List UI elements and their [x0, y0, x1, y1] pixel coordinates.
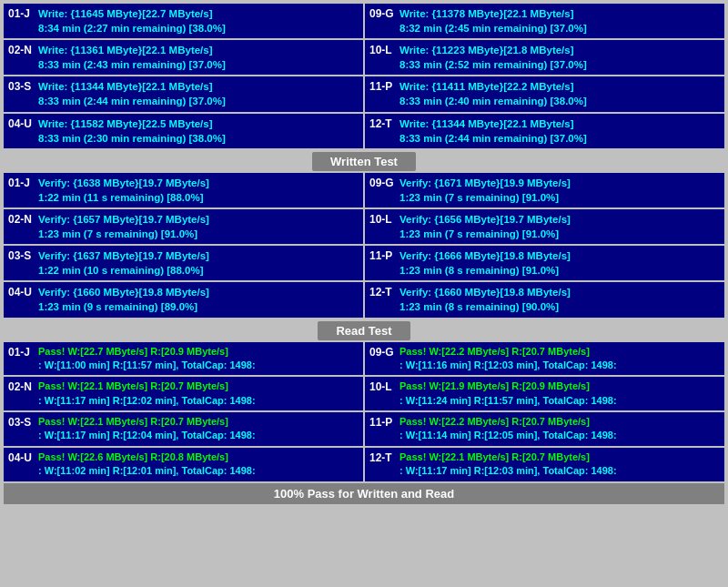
pass-grid-row-2-left: 03-SPass! W:[22.1 MByte/s] R:[20.7 MByte…: [4, 412, 363, 446]
pass-section: 01-JPass! W:[22.7 MByte/s] R:[20.9 MByte…: [4, 342, 724, 481]
cell-id: 11-P: [369, 248, 395, 264]
cell-line1: Write: {11361 MByte}[22.1 MByte/s]: [38, 43, 359, 57]
cell-line1: Write: {11411 MByte}[22.2 MByte/s]: [399, 79, 720, 94]
cell-line1: Pass! W:[22.1 MByte/s] R:[20.7 MByte/s]: [38, 415, 359, 429]
cell-content: Verify: {1660 MByte}[19.8 MByte/s]1:23 m…: [399, 285, 720, 314]
verify-grid: 01-JVerify: {1638 MByte}[19.7 MByte/s]1:…: [4, 173, 724, 318]
write-grid: 01-JWrite: {11645 MByte}[22.7 MByte/s]8:…: [4, 4, 724, 148]
cell-line1: Pass! W:[21.9 MByte/s] R:[20.9 MByte/s]: [399, 380, 720, 393]
cell-line1: Write: {11344 MByte}[22.1 MByte/s]: [399, 116, 720, 131]
cell-line1: Verify: {1638 MByte}[19.7 MByte/s]: [38, 176, 359, 190]
cell-id: 04-U: [8, 116, 34, 132]
verify-grid-row-0-left: 01-JVerify: {1638 MByte}[19.7 MByte/s]1:…: [4, 173, 363, 207]
verify-section: 01-JVerify: {1638 MByte}[19.7 MByte/s]1:…: [4, 173, 724, 318]
cell-content: Pass! W:[22.7 MByte/s] R:[20.9 MByte/s]:…: [38, 345, 359, 373]
pass-grid: 01-JPass! W:[22.7 MByte/s] R:[20.9 MByte…: [4, 342, 724, 481]
cell-line1: Pass! W:[22.2 MByte/s] R:[20.7 MByte/s]: [399, 415, 720, 429]
pass-grid-row-3-right: 12-TPass! W:[22.1 MByte/s] R:[20.7 MByte…: [365, 448, 724, 481]
cell-line1: Write: {11645 MByte}[22.7 MByte/s]: [38, 6, 359, 21]
cell-id: 01-J: [8, 6, 34, 22]
verify-grid-row-1-left: 02-NVerify: {1657 MByte}[19.7 MByte/s]1:…: [4, 209, 363, 244]
write-grid-row-0-left: 01-JWrite: {11645 MByte}[22.7 MByte/s]8:…: [4, 4, 363, 38]
cell-line2: : W:[11:14 min] R:[12:05 min], TotalCap:…: [399, 429, 720, 442]
cell-line1: Pass! W:[22.1 MByte/s] R:[20.7 MByte/s]: [399, 450, 720, 464]
write-grid-row-3-left: 04-UWrite: {11582 MByte}[22.5 MByte/s]8:…: [4, 114, 363, 148]
verify-grid-row-3-right: 12-TVerify: {1660 MByte}[19.8 MByte/s]1:…: [365, 282, 724, 317]
cell-content: Write: {11411 MByte}[22.2 MByte/s]8:33 m…: [399, 79, 720, 108]
verify-grid-row-0-right: 09-GVerify: {1671 MByte}[19.9 MByte/s]1:…: [365, 173, 724, 207]
cell-id: 11-P: [369, 79, 395, 95]
cell-line2: 1:23 min (7 s remaining) [91.0%]: [38, 227, 359, 241]
write-grid-row-0-right: 09-GWrite: {11378 MByte}[22.1 MByte/s]8:…: [365, 4, 724, 38]
cell-content: Write: {11645 MByte}[22.7 MByte/s]8:34 m…: [38, 6, 359, 35]
write-grid-row-1-right: 10-LWrite: {11223 MByte}[21.8 MByte/s]8:…: [365, 40, 724, 75]
cell-content: Verify: {1666 MByte}[19.8 MByte/s]1:23 m…: [399, 248, 720, 278]
cell-line1: Pass! W:[22.6 MByte/s] R:[20.8 MByte/s]: [38, 450, 359, 464]
pass-grid-row-1-right: 10-LPass! W:[21.9 MByte/s] R:[20.9 MByte…: [365, 377, 724, 410]
write-grid-row-2-right: 11-PWrite: {11411 MByte}[22.2 MByte/s]8:…: [365, 76, 724, 111]
cell-line1: Pass! W:[22.1 MByte/s] R:[20.7 MByte/s]: [38, 380, 359, 393]
cell-line1: Write: {11582 MByte}[22.5 MByte/s]: [38, 116, 359, 131]
cell-id: 03-S: [8, 248, 34, 264]
cell-line2: 8:32 min (2:45 min remaining) [37.0%]: [399, 21, 720, 35]
write-grid-row-1-left: 02-NWrite: {11361 MByte}[22.1 MByte/s]8:…: [4, 40, 363, 75]
cell-line1: Verify: {1660 MByte}[19.8 MByte/s]: [38, 285, 359, 299]
cell-line2: 1:23 min (9 s remaining) [89.0%]: [38, 299, 359, 314]
cell-content: Verify: {1657 MByte}[19.7 MByte/s]1:23 m…: [38, 212, 359, 241]
cell-id: 03-S: [8, 79, 34, 95]
verify-grid-row-3-left: 04-UVerify: {1660 MByte}[19.8 MByte/s]1:…: [4, 282, 363, 317]
cell-id: 09-G: [369, 176, 395, 191]
pass-grid-row-3-left: 04-UPass! W:[22.6 MByte/s] R:[20.8 MByte…: [4, 448, 363, 481]
cell-content: Write: {11378 MByte}[22.1 MByte/s]8:32 m…: [399, 6, 720, 35]
cell-content: Verify: {1637 MByte}[19.7 MByte/s]1:22 m…: [38, 248, 359, 278]
cell-line2: 8:33 min (2:30 min remaining) [38.0%]: [38, 131, 359, 146]
cell-content: Pass! W:[22.2 MByte/s] R:[20.7 MByte/s]:…: [399, 415, 720, 443]
cell-line1: Verify: {1637 MByte}[19.7 MByte/s]: [38, 248, 359, 263]
cell-line2: : W:[11:16 min] R:[12:03 min], TotalCap:…: [399, 359, 720, 372]
cell-content: Write: {11344 MByte}[22.1 MByte/s]8:33 m…: [399, 116, 720, 146]
cell-content: Pass! W:[22.1 MByte/s] R:[20.7 MByte/s]:…: [399, 450, 720, 479]
cell-line2: 1:23 min (7 s remaining) [91.0%]: [399, 190, 720, 205]
cell-line1: Write: {11223 MByte}[21.8 MByte/s]: [399, 43, 720, 57]
cell-id: 02-N: [8, 212, 34, 228]
cell-line1: Write: {11344 MByte}[22.1 MByte/s]: [38, 79, 359, 94]
write-grid-row-3-right: 12-TWrite: {11344 MByte}[22.1 MByte/s]8:…: [365, 114, 724, 148]
verify-grid-row-1-right: 10-LVerify: {1656 MByte}[19.7 MByte/s]1:…: [365, 209, 724, 244]
cell-line2: : W:[11:17 min] R:[12:04 min], TotalCap:…: [38, 429, 359, 442]
cell-line2: : W:[11:24 min] R:[11:57 min], TotalCap:…: [399, 394, 720, 408]
cell-content: Pass! W:[22.2 MByte/s] R:[20.7 MByte/s]:…: [399, 345, 720, 373]
cell-content: Write: {11361 MByte}[22.1 MByte/s]8:33 m…: [38, 43, 359, 72]
cell-id: 11-P: [369, 415, 395, 430]
cell-line1: Write: {11378 MByte}[22.1 MByte/s]: [399, 6, 720, 21]
verify-grid-row-2-right: 11-PVerify: {1666 MByte}[19.8 MByte/s]1:…: [365, 246, 724, 280]
read-test-label: Read Test: [318, 321, 410, 340]
cell-id: 01-J: [8, 345, 34, 360]
cell-id: 12-T: [369, 450, 395, 466]
written-test-label-row: Written Test: [4, 152, 724, 171]
cell-line2: 8:33 min (2:44 min remaining) [37.0%]: [399, 131, 720, 146]
cell-line2: : W:[11:17 min] R:[12:03 min], TotalCap:…: [399, 464, 720, 478]
cell-id: 03-S: [8, 415, 34, 430]
cell-line1: Pass! W:[22.2 MByte/s] R:[20.7 MByte/s]: [399, 345, 720, 359]
cell-id: 09-G: [369, 345, 395, 360]
cell-content: Pass! W:[22.1 MByte/s] R:[20.7 MByte/s]:…: [38, 380, 359, 408]
cell-content: Pass! W:[21.9 MByte/s] R:[20.9 MByte/s]:…: [399, 380, 720, 408]
cell-line1: Verify: {1657 MByte}[19.7 MByte/s]: [38, 212, 359, 227]
cell-line2: : W:[11:02 min] R:[12:01 min], TotalCap:…: [38, 464, 359, 478]
cell-line2: 8:33 min (2:40 min remaining) [38.0%]: [399, 94, 720, 108]
cell-id: 10-L: [369, 212, 395, 228]
read-test-label-row: Read Test: [4, 321, 724, 340]
verify-grid-row-2-left: 03-SVerify: {1637 MByte}[19.7 MByte/s]1:…: [4, 246, 363, 280]
cell-id: 12-T: [369, 116, 395, 132]
cell-content: Verify: {1638 MByte}[19.7 MByte/s]1:22 m…: [38, 176, 359, 205]
cell-id: 09-G: [369, 6, 395, 22]
cell-line2: 1:23 min (8 s remaining) [91.0%]: [399, 263, 720, 278]
pass-grid-row-0-right: 09-GPass! W:[22.2 MByte/s] R:[20.7 MByte…: [365, 342, 724, 376]
written-test-label: Written Test: [312, 152, 416, 171]
pass-grid-row-1-left: 02-NPass! W:[22.1 MByte/s] R:[20.7 MByte…: [4, 377, 363, 410]
cell-line1: Pass! W:[22.7 MByte/s] R:[20.9 MByte/s]: [38, 345, 359, 359]
cell-content: Verify: {1671 MByte}[19.9 MByte/s]1:23 m…: [399, 176, 720, 205]
cell-content: Write: {11344 MByte}[22.1 MByte/s]8:33 m…: [38, 79, 359, 108]
cell-content: Pass! W:[22.1 MByte/s] R:[20.7 MByte/s]:…: [38, 415, 359, 443]
cell-content: Verify: {1660 MByte}[19.8 MByte/s]1:23 m…: [38, 285, 359, 314]
